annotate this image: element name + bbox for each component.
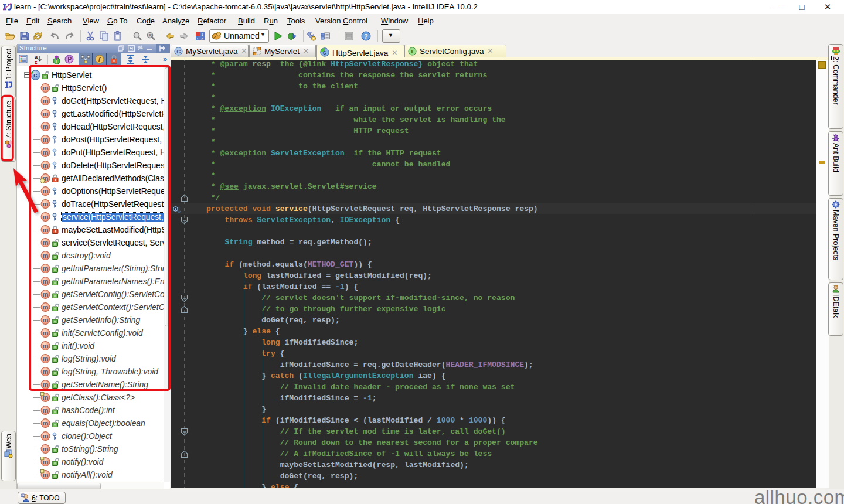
svg-text:R: R <box>149 33 152 38</box>
svg-text:z: z <box>35 59 38 64</box>
svg-text:C: C <box>176 48 181 55</box>
svg-text:c: c <box>323 49 326 56</box>
svg-text:?: ? <box>364 33 368 40</box>
svg-text:P: P <box>67 56 72 63</box>
svg-text:I: I <box>411 48 413 55</box>
